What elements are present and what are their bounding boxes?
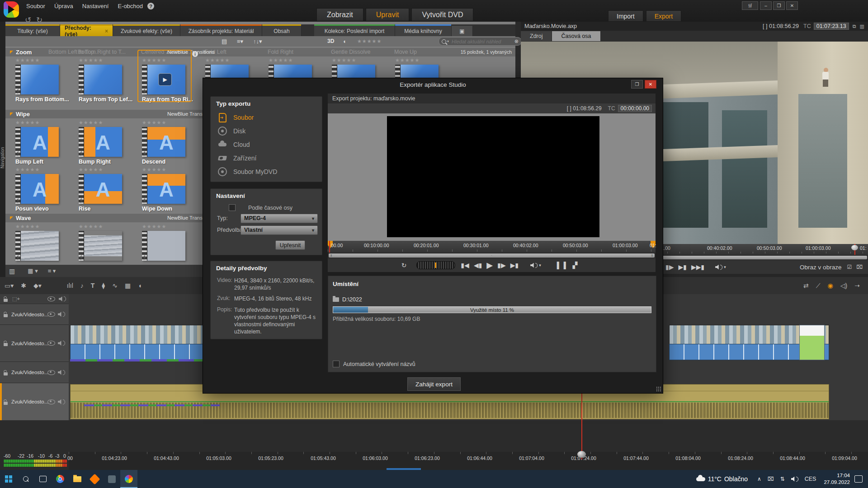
track-label[interactable]: Zvuk/Videosto...	[11, 399, 47, 404]
export-type-disk[interactable]: Disk	[211, 124, 322, 138]
step-back-icon[interactable]: ◀▮	[474, 262, 482, 269]
jump-end-icon[interactable]: ▶▶▮	[691, 263, 704, 271]
undock-icon[interactable]: ⧉	[853, 23, 856, 29]
voiceover-icon[interactable]: ⧫	[102, 282, 105, 289]
transition-thumbnail[interactable]: A	[142, 174, 185, 204]
item-stars[interactable]: ★★★★★	[395, 57, 448, 63]
tab-zasobnik-projektu[interactable]: Zásobník projektu: Materiál	[180, 26, 262, 36]
transition-thumbnail[interactable]: A	[79, 127, 122, 157]
transition-thumbnail[interactable]	[142, 231, 185, 261]
transition-item[interactable]: ★★★★★ A Posun vlevo	[15, 167, 69, 212]
tab-vytvorit-dvd[interactable]: Vytvořit DVD	[411, 8, 473, 21]
track-header-1[interactable]: Zvuk/Videosto...	[0, 304, 69, 325]
type-dropdown[interactable]: MPEG-4 ▾	[241, 214, 318, 223]
item-stars[interactable]: ★★★★★	[142, 120, 195, 126]
window-minimize-button[interactable]: –	[760, 1, 772, 10]
step-forward-icon[interactable]: ▮▶	[665, 263, 674, 271]
jump-end-icon[interactable]: ▶▮	[510, 262, 519, 269]
eye-icon[interactable]	[47, 370, 55, 375]
navigator-icon[interactable]: ▭▾	[5, 282, 14, 289]
speaker-all-icon[interactable]	[59, 296, 66, 301]
window-restore-button[interactable]: ❐	[773, 1, 785, 10]
pip-edit-icon[interactable]: ☑	[847, 264, 852, 270]
tab-zvukove-efekty[interactable]: Zvukové efekty: (vše)	[113, 26, 180, 36]
eye-all-icon[interactable]	[47, 296, 55, 301]
crop-icon[interactable]: ⌧	[856, 264, 863, 270]
gear-icon[interactable]: ✱	[21, 282, 26, 289]
tab-titulky[interactable]: Titulky: (vše)	[5, 26, 60, 36]
transition-item[interactable]: ★★★★★ A Rise	[79, 167, 132, 212]
play-preview-button[interactable]: ▶	[158, 73, 172, 86]
folder-icon[interactable]: ▤	[222, 38, 227, 45]
action-center-icon[interactable]	[854, 475, 863, 483]
timecode-value[interactable]: 01:07:23.13	[814, 23, 849, 30]
eye-icon[interactable]	[47, 399, 55, 404]
track-header-3[interactable]: Zvuk/Videosto...	[0, 362, 69, 383]
export-button[interactable]: Export	[646, 10, 681, 22]
transition-thumbnail[interactable]	[79, 231, 122, 261]
audio-monitor-icon[interactable]: ◁)	[840, 282, 847, 289]
tag-icon[interactable]: ◖	[138, 282, 142, 289]
tag-icon[interactable]: ◖	[343, 38, 346, 45]
transition-item[interactable]: ★★★★★	[142, 224, 195, 261]
magnetic-snap-icon[interactable]: ◉	[828, 282, 833, 289]
marker-icon[interactable]: ◆▾	[33, 282, 42, 289]
view-mode-icon[interactable]: ≡▾	[237, 38, 243, 45]
jump-start-icon[interactable]: ▮◀	[461, 262, 469, 269]
tab-obsah[interactable]: Obsah	[262, 26, 302, 36]
auto-names-checkbox[interactable]	[333, 361, 340, 367]
track-label[interactable]: Zvuk/Videosto...	[11, 312, 47, 317]
transition-item[interactable]: ★★★★★ Rays from Bottom...	[15, 57, 69, 103]
lock-icon[interactable]	[4, 372, 8, 375]
collapse-triangle-icon[interactable]	[10, 113, 13, 116]
search-input[interactable]	[451, 38, 514, 45]
wave-icon[interactable]: ∿	[112, 282, 118, 289]
lock-icon[interactable]	[4, 314, 8, 317]
tab-zdroj[interactable]: Zdroj	[521, 31, 552, 41]
tab-upravit[interactable]: Upravit	[366, 8, 410, 21]
item-stars[interactable]: ★★★★★	[142, 224, 195, 230]
tab-close-icon[interactable]: ×	[105, 28, 108, 34]
transition-thumbnail[interactable]: A	[15, 174, 59, 204]
clock[interactable]: 17:04 27.09.2022	[824, 472, 850, 486]
window-close-button[interactable]: ✕	[786, 1, 798, 10]
loop-icon[interactable]: ↻	[401, 262, 407, 269]
transition-thumbnail[interactable]: A	[142, 127, 185, 157]
scrollbar-thumb[interactable]: ‖·‖	[329, 253, 655, 258]
speaker-icon[interactable]	[58, 370, 65, 375]
eye-icon[interactable]	[47, 312, 55, 317]
filmstrip-page-icon[interactable]: ▥	[9, 267, 15, 275]
item-stars[interactable]: ★★★★★	[79, 224, 132, 230]
item-stars[interactable]: ★★★★★	[15, 57, 69, 63]
track-header-4-selected[interactable]: Zvuk/Videosto...	[0, 383, 69, 421]
dual-view-icon[interactable]: ▥	[860, 23, 864, 29]
tab-media-knihovny[interactable]: Média knihovny	[395, 26, 452, 36]
scorefitter-icon[interactable]: ♪	[80, 282, 84, 289]
transition-item[interactable]: ★★★★★	[79, 224, 132, 261]
network-icon[interactable]: ⇅	[780, 476, 785, 482]
advanced-button[interactable]: Upřesnit	[275, 240, 305, 250]
timecode-value[interactable]: 00:00:00.00	[618, 105, 652, 112]
add-track-icon[interactable]: ⬚+	[12, 296, 20, 302]
item-stars[interactable]: ★★★★★	[79, 120, 132, 126]
menu-uprava[interactable]: Úprava	[50, 0, 78, 12]
photo-clip-group[interactable]	[70, 325, 207, 345]
shop-cart-icon[interactable]: 🛒︎	[742, 1, 758, 10]
info-icon[interactable]: i	[192, 51, 198, 57]
item-stars[interactable]: ★★★★★	[205, 57, 259, 63]
location-path[interactable]: D:\2022	[342, 296, 362, 303]
item-stars[interactable]: ★★★★★	[142, 167, 195, 173]
auto-names-row[interactable]: Automatické vytváření názvů	[333, 361, 415, 367]
speaker-icon[interactable]	[58, 341, 65, 346]
next-clip-icon[interactable]: ▶▮	[678, 263, 686, 271]
search-icon[interactable]	[442, 39, 446, 44]
dialog-restore-button[interactable]: ❐	[631, 80, 643, 89]
tab-prechody[interactable]: Přechody: (vše) ×	[60, 26, 113, 36]
volume-icon[interactable]: ▾	[530, 263, 541, 268]
item-stars[interactable]: ★★★★★	[15, 120, 69, 126]
export-type-zarizeni[interactable]: Zařízení	[211, 151, 322, 165]
task-view-icon[interactable]	[34, 470, 52, 488]
start-export-button[interactable]: Zahájit export	[407, 377, 461, 391]
title-clip[interactable]	[799, 325, 825, 360]
transition-thumbnail[interactable]: A	[15, 127, 59, 157]
